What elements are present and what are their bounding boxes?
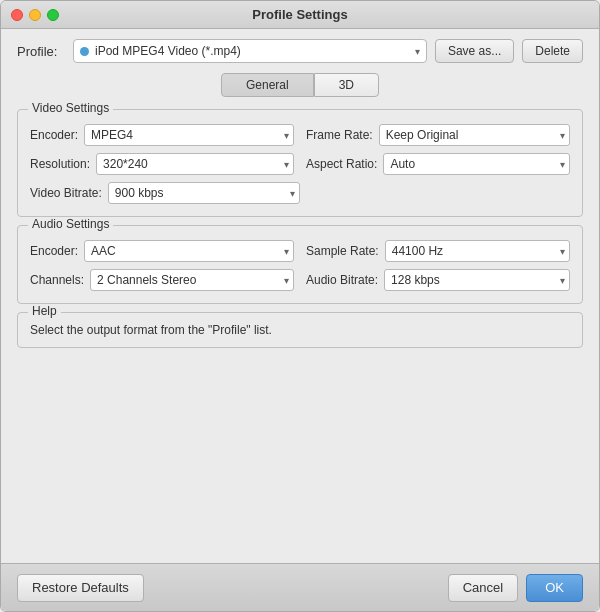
close-button[interactable]: [11, 9, 23, 21]
audiobitrate-col: Audio Bitrate: 128 kbps192 kbps256 kbps3…: [306, 269, 570, 291]
audio-encoder-label: Encoder:: [30, 244, 78, 258]
videobitrate-label: Video Bitrate:: [30, 186, 102, 200]
video-settings-grid: Encoder: MPEG4H.264H.265MPEG2 Frame Rate…: [30, 124, 570, 204]
save-as-button[interactable]: Save as...: [435, 39, 514, 63]
samplerate-select-wrapper: 44100 Hz22050 Hz48000 Hz: [385, 240, 570, 262]
video-row-3: Video Bitrate: 900 kbps1500 kbps2000 kbp…: [30, 182, 570, 204]
framerate-select-wrapper: Keep Original23.97242529.973060: [379, 124, 570, 146]
resolution-select-wrapper: 320*240640*4801280*7201920*1080: [96, 153, 294, 175]
audiobitrate-select-wrapper: 128 kbps192 kbps256 kbps320 kbps: [384, 269, 570, 291]
video-row-2: Resolution: 320*240640*4801280*7201920*1…: [30, 153, 570, 175]
profile-dropdown-arrow: ▾: [415, 46, 420, 57]
channels-select[interactable]: 2 Channels StereoMono5.1 Channels: [90, 269, 294, 291]
samplerate-label: Sample Rate:: [306, 244, 379, 258]
tabs-row: General 3D: [17, 73, 583, 97]
profile-row: Profile: iPod MPEG4 Video (*.mp4) ▾ Save…: [17, 39, 583, 63]
encoder-label: Encoder:: [30, 128, 78, 142]
title-bar: Profile Settings: [1, 1, 599, 29]
profile-select-value: iPod MPEG4 Video (*.mp4): [95, 44, 409, 58]
profile-field-label: Profile:: [17, 44, 65, 59]
resolution-select[interactable]: 320*240640*4801280*7201920*1080: [96, 153, 294, 175]
audio-row-2: Channels: 2 Channels StereoMono5.1 Chann…: [30, 269, 570, 291]
audio-settings-grid: Encoder: AACMP3AC3WMA Sample Rate: 44100…: [30, 240, 570, 291]
bottom-bar: Restore Defaults Cancel OK: [1, 563, 599, 611]
tab-general[interactable]: General: [221, 73, 314, 97]
samplerate-col: Sample Rate: 44100 Hz22050 Hz48000 Hz: [306, 240, 570, 262]
samplerate-select[interactable]: 44100 Hz22050 Hz48000 Hz: [385, 240, 570, 262]
encoder-select[interactable]: MPEG4H.264H.265MPEG2: [84, 124, 294, 146]
videobitrate-col: Video Bitrate: 900 kbps1500 kbps2000 kbp…: [30, 182, 300, 204]
minimize-button[interactable]: [29, 9, 41, 21]
help-title: Help: [28, 304, 61, 318]
aspectratio-select-wrapper: Auto4:316:9Keep Original: [383, 153, 570, 175]
audio-settings-section: Audio Settings Encoder: AACMP3AC3WMA Sam…: [17, 225, 583, 304]
audiobitrate-select[interactable]: 128 kbps192 kbps256 kbps320 kbps: [384, 269, 570, 291]
audio-row-1: Encoder: AACMP3AC3WMA Sample Rate: 44100…: [30, 240, 570, 262]
resolution-col: Resolution: 320*240640*4801280*7201920*1…: [30, 153, 294, 175]
videobitrate-select[interactable]: 900 kbps1500 kbps2000 kbps3000 kbps: [108, 182, 300, 204]
audio-encoder-select-wrapper: AACMP3AC3WMA: [84, 240, 294, 262]
channels-col: Channels: 2 Channels StereoMono5.1 Chann…: [30, 269, 294, 291]
help-text: Select the output format from the "Profi…: [30, 323, 570, 337]
channels-select-wrapper: 2 Channels StereoMono5.1 Channels: [90, 269, 294, 291]
videobitrate-select-wrapper: 900 kbps1500 kbps2000 kbps3000 kbps: [108, 182, 300, 204]
content-area: Profile: iPod MPEG4 Video (*.mp4) ▾ Save…: [1, 29, 599, 563]
resolution-label: Resolution:: [30, 157, 90, 171]
bottom-right-buttons: Cancel OK: [448, 574, 583, 602]
video-row-1: Encoder: MPEG4H.264H.265MPEG2 Frame Rate…: [30, 124, 570, 146]
delete-button[interactable]: Delete: [522, 39, 583, 63]
encoder-select-wrapper: MPEG4H.264H.265MPEG2: [84, 124, 294, 146]
video-settings-section: Video Settings Encoder: MPEG4H.264H.265M…: [17, 109, 583, 217]
aspectratio-label: Aspect Ratio:: [306, 157, 377, 171]
framerate-select[interactable]: Keep Original23.97242529.973060: [379, 124, 570, 146]
main-window: Profile Settings Profile: iPod MPEG4 Vid…: [0, 0, 600, 612]
audio-encoder-select[interactable]: AACMP3AC3WMA: [84, 240, 294, 262]
window-title: Profile Settings: [252, 7, 347, 22]
tab-3d[interactable]: 3D: [314, 73, 379, 97]
help-section: Help Select the output format from the "…: [17, 312, 583, 348]
audio-settings-title: Audio Settings: [28, 217, 113, 231]
ok-button[interactable]: OK: [526, 574, 583, 602]
video-settings-title: Video Settings: [28, 101, 113, 115]
audio-encoder-col: Encoder: AACMP3AC3WMA: [30, 240, 294, 262]
restore-defaults-button[interactable]: Restore Defaults: [17, 574, 144, 602]
encoder-col: Encoder: MPEG4H.264H.265MPEG2: [30, 124, 294, 146]
channels-label: Channels:: [30, 273, 84, 287]
framerate-col: Frame Rate: Keep Original23.97242529.973…: [306, 124, 570, 146]
framerate-label: Frame Rate:: [306, 128, 373, 142]
aspectratio-select[interactable]: Auto4:316:9Keep Original: [383, 153, 570, 175]
maximize-button[interactable]: [47, 9, 59, 21]
aspectratio-col: Aspect Ratio: Auto4:316:9Keep Original: [306, 153, 570, 175]
profile-select-box[interactable]: iPod MPEG4 Video (*.mp4) ▾: [73, 39, 427, 63]
audiobitrate-label: Audio Bitrate:: [306, 273, 378, 287]
cancel-button[interactable]: Cancel: [448, 574, 518, 602]
traffic-lights: [11, 9, 59, 21]
profile-dot-icon: [80, 47, 89, 56]
